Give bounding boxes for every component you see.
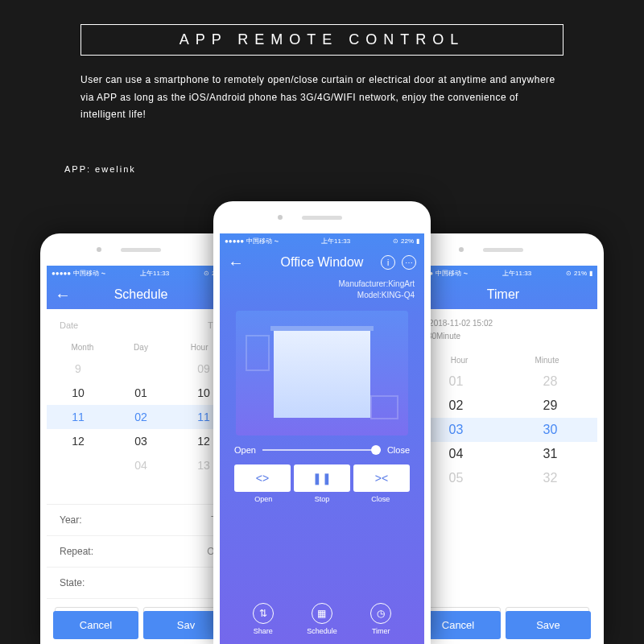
description-text: User can use a smartphone to remotely op… bbox=[80, 72, 564, 124]
more-icon[interactable]: ⋯ bbox=[402, 255, 416, 270]
cancel-button[interactable]: Cancel bbox=[53, 611, 138, 639]
manufacturer-label: Manufacturer:KingArt bbox=[229, 279, 415, 290]
tab-date[interactable]: Date bbox=[60, 320, 148, 330]
nav-timer[interactable]: ◷Timer bbox=[370, 603, 391, 635]
year-row[interactable]: Year:Th bbox=[47, 505, 235, 536]
screen-title: Timer bbox=[487, 287, 519, 302]
device-title: Office Window bbox=[281, 255, 364, 270]
stop-button[interactable]: ❚❚ bbox=[294, 464, 350, 492]
repeat-row[interactable]: Repeat:Onl bbox=[47, 536, 235, 568]
status-bar: ●●●●● 中国移动 ⏦ 上午11:33 ⊙ 21% ▮ bbox=[409, 266, 597, 280]
info-icon[interactable]: i bbox=[381, 255, 395, 270]
calendar-icon: ▦ bbox=[312, 603, 332, 624]
back-icon[interactable]: ← bbox=[55, 286, 71, 304]
time-picker[interactable]: 0128 0229 0330 0431 0532 bbox=[409, 369, 597, 599]
date-picker[interactable]: 909 100110 110211 120312 0413 bbox=[47, 357, 235, 504]
timer-icon: ◷ bbox=[370, 603, 391, 624]
status-bar: ●●●●● 中国移动 ⏦ 上午11:33 ⊙ 22% ▮ bbox=[220, 233, 424, 248]
page-title: APP REMOTE CONTROL bbox=[80, 24, 564, 56]
curtain-slider[interactable] bbox=[262, 449, 381, 451]
curtain-illustration bbox=[236, 311, 408, 436]
phone-timer: ●●●●● 中国移动 ⏦ 上午11:33 ⊙ 21% ▮ Timer at:20… bbox=[402, 233, 604, 644]
close-button[interactable]: >< bbox=[353, 464, 410, 492]
back-icon[interactable]: ← bbox=[228, 254, 244, 272]
share-icon: ⇅ bbox=[253, 603, 274, 624]
timer-duration: ur30Minute bbox=[420, 330, 586, 343]
phone-device: ●●●●● 中国移动 ⏦ 上午11:33 ⊙ 22% ▮ ← Office Wi… bbox=[213, 201, 431, 644]
status-bar: ●●●●● 中国移动 ⏦ 上午11:33 ⊙ 22% ▮ bbox=[47, 266, 235, 280]
screen-title: Schedule bbox=[114, 287, 168, 302]
timer-timestamp: at:2018-11-02 15:02 bbox=[420, 317, 586, 330]
slider-close-label: Close bbox=[387, 445, 410, 455]
tab-time[interactable]: Tim bbox=[148, 320, 222, 330]
nav-schedule[interactable]: ▦Schedule bbox=[307, 603, 337, 635]
phone-schedule: ●●●●● 中国移动 ⏦ 上午11:33 ⊙ 22% ▮ ← Schedule … bbox=[40, 233, 242, 644]
save-button[interactable]: Save bbox=[506, 611, 591, 639]
state-row: State: bbox=[47, 568, 235, 599]
slider-open-label: Open bbox=[234, 445, 256, 455]
open-button[interactable]: <> bbox=[234, 464, 291, 492]
model-label: Model:KING-Q4 bbox=[229, 290, 415, 301]
nav-share[interactable]: ⇅Share bbox=[253, 603, 274, 635]
app-name-label: APP: ewelink bbox=[64, 164, 644, 174]
